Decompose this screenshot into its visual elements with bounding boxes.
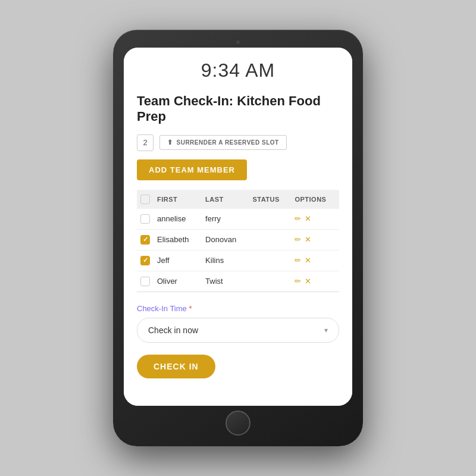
col-checkbox: [137, 190, 154, 209]
checkin-time-label: Check-In Time *: [137, 304, 339, 313]
row-checkbox-cell: [137, 229, 154, 250]
table-row: Jeff Kilins ✏ ✕: [137, 250, 339, 271]
surrender-button[interactable]: ⬆ SURRENDER A RESERVED SLOT: [159, 135, 287, 150]
row-first-name: Elisabeth: [154, 229, 202, 250]
row-options: ✏ ✕: [291, 271, 339, 292]
table-row: Elisabeth Donovan ✏ ✕: [137, 229, 339, 250]
check-in-submit-button[interactable]: CHECK IN: [137, 355, 215, 378]
home-button[interactable]: [226, 411, 250, 436]
screen-content: 9:34 AM Team Check-In: Kitchen Food Prep…: [124, 48, 352, 406]
table-header-row: FIRST LAST STATUS OPTIONS: [137, 190, 339, 209]
page-title: Team Check-In: Kitchen Food Prep: [137, 93, 339, 125]
row-last-name: Twist: [202, 271, 249, 292]
row-last-name: Kilins: [202, 250, 249, 271]
options-cell: ✏ ✕: [295, 214, 336, 223]
table-row: Oliver Twist ✏ ✕: [137, 271, 339, 292]
row-last-name: ferry: [202, 209, 249, 230]
row-checkbox-cell: [137, 209, 154, 230]
row-checkbox-0[interactable]: [140, 214, 150, 224]
surrender-icon: ⬆: [167, 139, 173, 146]
required-marker: *: [189, 304, 192, 313]
row-status: [249, 250, 291, 271]
row-last-name: Donovan: [202, 229, 249, 250]
tablet-screen: 9:34 AM Team Check-In: Kitchen Food Prep…: [124, 48, 352, 406]
row-checkbox-1[interactable]: [140, 235, 150, 245]
checkin-time-text: Check-In Time: [137, 304, 187, 313]
row-first-name: annelise: [154, 209, 202, 230]
delete-icon[interactable]: ✕: [305, 277, 311, 286]
row-options: ✏ ✕: [291, 229, 339, 250]
row-checkbox-3[interactable]: [140, 277, 150, 286]
edit-icon[interactable]: ✏: [295, 277, 301, 286]
row-options: ✏ ✕: [291, 209, 339, 230]
edit-icon[interactable]: ✏: [295, 256, 301, 265]
col-last: LAST: [202, 190, 249, 209]
row-first-name: Oliver: [154, 271, 202, 292]
chevron-down-icon: ▾: [324, 326, 328, 334]
dropdown-value: Check in now: [148, 325, 198, 335]
add-member-button[interactable]: ADD TEAM MEMBER: [137, 159, 247, 180]
slot-row: 2 ⬆ SURRENDER A RESERVED SLOT: [137, 134, 339, 151]
tablet-frame: 9:34 AM Team Check-In: Kitchen Food Prep…: [113, 30, 363, 446]
col-status: STATUS: [249, 190, 291, 209]
col-first: FIRST: [154, 190, 202, 209]
edit-icon[interactable]: ✏: [295, 235, 301, 244]
team-table: FIRST LAST STATUS OPTIONS annelise ferry…: [137, 190, 339, 292]
delete-icon[interactable]: ✕: [305, 256, 311, 265]
col-options: OPTIONS: [291, 190, 339, 209]
row-status: [249, 271, 291, 292]
row-options: ✏ ✕: [291, 250, 339, 271]
row-status: [249, 229, 291, 250]
slot-count-badge: 2: [137, 134, 154, 151]
row-status: [249, 209, 291, 230]
edit-icon[interactable]: ✏: [295, 214, 301, 223]
row-checkbox-2[interactable]: [140, 256, 150, 265]
table-row: annelise ferry ✏ ✕: [137, 209, 339, 230]
camera: [236, 40, 240, 44]
delete-icon[interactable]: ✕: [305, 235, 311, 244]
options-cell: ✏ ✕: [295, 235, 336, 244]
checkin-time-section: Check-In Time * Check in now ▾ CHECK IN: [137, 304, 339, 378]
options-cell: ✏ ✕: [295, 277, 336, 286]
checkin-time-dropdown[interactable]: Check in now ▾: [137, 318, 339, 343]
options-cell: ✏ ✕: [295, 256, 336, 265]
time-display: 9:34 AM: [137, 60, 339, 82]
row-first-name: Jeff: [154, 250, 202, 271]
delete-icon[interactable]: ✕: [305, 214, 311, 223]
row-checkbox-cell: [137, 271, 154, 292]
surrender-label: SURRENDER A RESERVED SLOT: [177, 139, 279, 146]
row-checkbox-cell: [137, 250, 154, 271]
select-all-checkbox[interactable]: [140, 195, 150, 204]
